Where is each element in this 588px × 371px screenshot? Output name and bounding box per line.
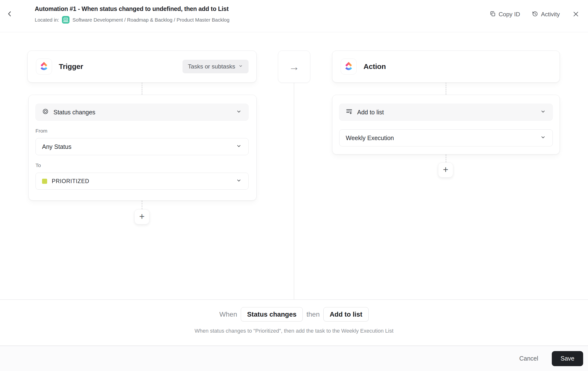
copy-id-label: Copy ID (499, 11, 520, 18)
chevron-down-icon (236, 143, 242, 151)
cancel-button[interactable]: Cancel (516, 352, 542, 364)
chevron-down-icon (236, 177, 242, 185)
action-title: Action (364, 62, 386, 71)
trigger-connector (142, 201, 142, 209)
to-status-value: PRIORITIZED (52, 178, 89, 185)
plus-icon: + (139, 212, 145, 221)
chevron-down-icon (540, 108, 546, 116)
list-add-icon (346, 108, 353, 116)
chevron-down-icon (236, 108, 242, 116)
action-type-label: Add to list (357, 109, 384, 116)
target-list-dropdown[interactable]: Weekly Execution (339, 129, 553, 146)
activity-button[interactable]: Activity (532, 10, 560, 19)
copy-id-button[interactable]: Copy ID (489, 10, 520, 19)
action-detail-card: Add to list Weekly Execution (332, 95, 560, 155)
center-divider (294, 82, 294, 299)
trigger-detail-card: Status changes From Any Status To PRIORI… (28, 95, 257, 201)
to-label: To (35, 162, 249, 168)
from-label: From (35, 128, 249, 134)
activity-label: Activity (541, 11, 560, 18)
then-label: then (306, 310, 320, 318)
chevron-left-icon (6, 10, 13, 18)
automation-canvas: Trigger Tasks or subtasks → Action (0, 32, 588, 299)
located-in-label: Located in: (35, 16, 59, 23)
space-icon (62, 16, 70, 23)
action-type-dropdown[interactable]: Add to list (339, 104, 553, 121)
trigger-connector (142, 82, 142, 95)
clickup-logo (341, 59, 357, 74)
header: Automation #1 - When status changed to u… (0, 0, 588, 32)
trigger-scope-label: Tasks or subtasks (188, 63, 235, 70)
trigger-scope-dropdown[interactable]: Tasks or subtasks (182, 60, 249, 73)
from-status-value: Any Status (42, 143, 72, 150)
automation-summary: When Status changes then Add to list Whe… (0, 299, 588, 345)
add-action-button[interactable]: + (438, 162, 453, 177)
add-trigger-condition-button[interactable]: + (134, 209, 149, 224)
breadcrumb[interactable]: Software Development / Roadmap & Backlog… (73, 16, 229, 23)
trigger-type-label: Status changes (53, 109, 95, 116)
page-title: Automation #1 - When status changed to u… (35, 5, 229, 13)
location-row: Located in: Software Development / Roadm… (35, 16, 229, 23)
save-button[interactable]: Save (552, 351, 583, 366)
trigger-card: Trigger Tasks or subtasks (27, 51, 257, 82)
action-card: Action (332, 51, 560, 82)
trigger-action-arrow: → (278, 51, 310, 83)
close-button[interactable] (570, 9, 582, 20)
history-clock-icon (532, 10, 538, 19)
arrow-right-icon: → (289, 61, 300, 73)
to-status-dropdown[interactable]: PRIORITIZED (35, 173, 249, 190)
copy-icon (489, 10, 496, 19)
close-icon (572, 11, 579, 18)
summary-description: When status changes to "Prioritized", th… (195, 328, 394, 334)
automation-editor-modal: Automation #1 - When status changed to u… (0, 0, 588, 371)
back-button[interactable] (4, 8, 16, 20)
status-color-swatch (42, 179, 47, 184)
chevron-down-icon (238, 63, 243, 70)
summary-trigger-pill[interactable]: Status changes (241, 307, 303, 321)
from-status-dropdown[interactable]: Any Status (35, 138, 249, 155)
footer-bar: Cancel Save (0, 346, 588, 371)
when-label: When (220, 310, 237, 318)
plus-icon: + (443, 165, 448, 174)
chevron-down-icon (540, 134, 546, 142)
clickup-logo (36, 59, 52, 74)
trigger-title: Trigger (59, 62, 83, 71)
trigger-type-dropdown[interactable]: Status changes (35, 104, 249, 121)
summary-action-pill[interactable]: Add to list (323, 307, 368, 321)
status-target-icon (42, 108, 49, 116)
target-list-value: Weekly Execution (346, 134, 394, 142)
action-connector (446, 155, 446, 162)
action-connector (446, 82, 446, 95)
